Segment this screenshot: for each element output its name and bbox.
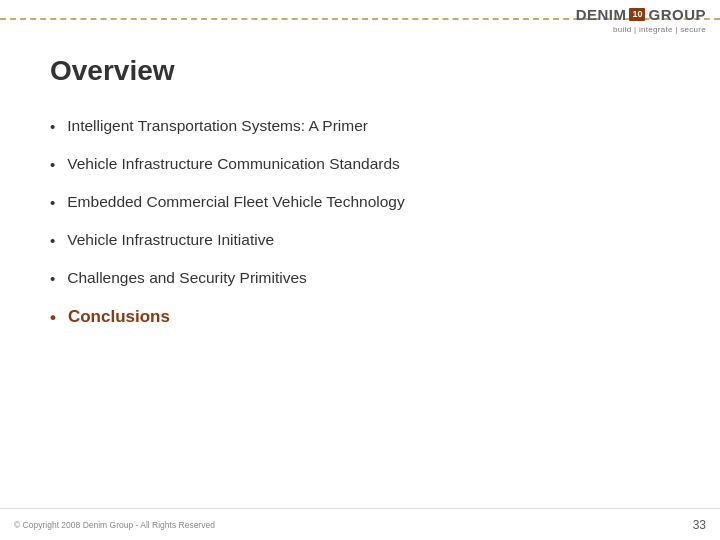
- list-item: •Challenges and Security Primitives: [50, 267, 670, 289]
- header: DENIM 10 GROUP build | integrate | secur…: [576, 0, 720, 34]
- main-content: Overview •Intelligent Transportation Sys…: [50, 55, 670, 500]
- list-item-text: Challenges and Security Primitives: [67, 267, 307, 289]
- logo-group-text: GROUP: [648, 6, 706, 23]
- list-item: •Conclusions: [50, 305, 670, 330]
- list-item-text: Conclusions: [68, 305, 170, 329]
- bullet-dot: •: [50, 268, 55, 289]
- list-item-text: Vehicle Infrastructure Communication Sta…: [67, 153, 400, 175]
- bottom-bar: © Copyright 2008 Denim Group - All Right…: [0, 508, 720, 540]
- list-item-text: Embedded Commercial Fleet Vehicle Techno…: [67, 191, 404, 213]
- bullet-list: •Intelligent Transportation Systems: A P…: [50, 115, 670, 330]
- bullet-dot: •: [50, 116, 55, 137]
- list-item-text: Vehicle Infrastructure Initiative: [67, 229, 274, 251]
- list-item: •Vehicle Infrastructure Communication St…: [50, 153, 670, 175]
- logo-tagline: build | integrate | secure: [613, 25, 706, 34]
- logo: DENIM 10 GROUP: [576, 6, 706, 23]
- copyright-text: © Copyright 2008 Denim Group - All Right…: [14, 520, 215, 530]
- bullet-dot: •: [50, 192, 55, 213]
- list-item: •Embedded Commercial Fleet Vehicle Techn…: [50, 191, 670, 213]
- page-title: Overview: [50, 55, 670, 87]
- bullet-dot: •: [50, 230, 55, 251]
- bullet-dot: •: [50, 306, 56, 330]
- bullet-dot: •: [50, 154, 55, 175]
- list-item: •Vehicle Infrastructure Initiative: [50, 229, 670, 251]
- list-item-text: Intelligent Transportation Systems: A Pr…: [67, 115, 368, 137]
- logo-box-text: 10: [629, 8, 645, 21]
- list-item: •Intelligent Transportation Systems: A P…: [50, 115, 670, 137]
- page-number: 33: [693, 518, 706, 532]
- logo-denim-text: DENIM: [576, 6, 627, 23]
